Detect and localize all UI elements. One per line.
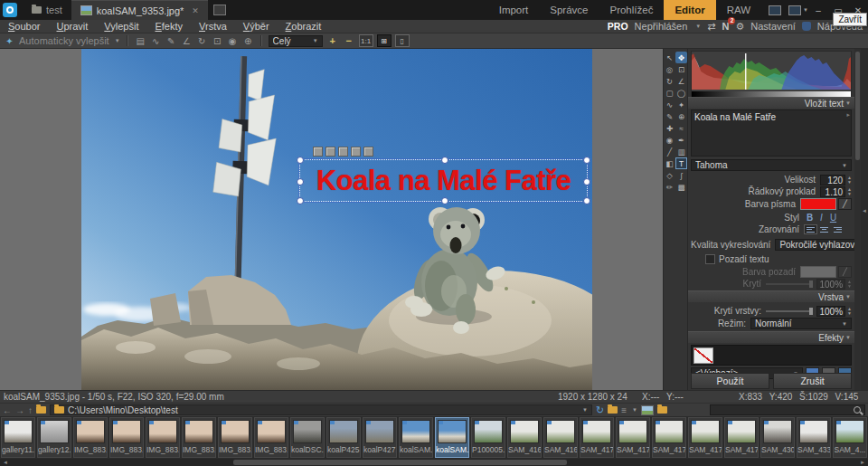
straighten-icon[interactable]: ∠	[181, 36, 193, 46]
crop-icon[interactable]: ⊡	[212, 36, 223, 46]
refresh-icon[interactable]: ↻	[596, 404, 604, 416]
shape-tool[interactable]: ◇	[664, 169, 675, 181]
zoom-level-select[interactable]: Celý	[269, 35, 323, 47]
mini-toolbar-icon[interactable]	[351, 147, 361, 157]
filmstrip-item[interactable]: gallery11...	[1, 417, 35, 458]
clone-stamp-tool[interactable]: ⊕	[675, 110, 687, 122]
chevron-down-icon[interactable]	[115, 38, 120, 43]
app-logo-icon[interactable]	[3, 3, 17, 17]
actual-size-button[interactable]: 1:1	[359, 34, 373, 47]
detach-tab-icon[interactable]	[213, 5, 226, 15]
auto-enhance-label[interactable]: Automaticky vylepšit	[19, 35, 109, 46]
window-tab-test[interactable]: test	[23, 0, 71, 20]
filmstrip-item[interactable]: koalDSC...	[290, 417, 325, 458]
folder-up-icon[interactable]	[608, 406, 618, 414]
opacity-value[interactable]: 100%	[816, 279, 845, 290]
path-input[interactable]: C:\Users\Mino\Desktop\test	[50, 404, 592, 415]
magic-wand-tool[interactable]: ✦	[675, 99, 687, 110]
close-tab-icon[interactable]	[192, 6, 199, 15]
minimize-button[interactable]: –	[808, 3, 828, 17]
font-color-swatch[interactable]	[800, 198, 836, 210]
filmstrip-item[interactable]: SAM_417...	[616, 417, 650, 458]
effects-brush-tool[interactable]: ✏	[664, 181, 675, 193]
menu-vylepsit[interactable]: Vylepšit	[96, 21, 146, 32]
filmstrip-item-selected[interactable]: koalSAM...	[435, 417, 469, 458]
warp-tool[interactable]: ∫	[675, 169, 687, 181]
up-icon[interactable]: ↑	[28, 405, 33, 415]
brush-tool[interactable]: ✎	[664, 110, 675, 122]
resize-handle-se[interactable]	[583, 197, 590, 204]
line-spacing-stepper[interactable]	[845, 187, 852, 195]
layer-opacity-stepper[interactable]	[845, 307, 852, 315]
resize-handle-s[interactable]	[441, 197, 448, 204]
panel-scrollbar[interactable]	[854, 49, 861, 390]
filmstrip-scrollbar[interactable]: ◄ ►	[0, 459, 868, 466]
menu-vyber[interactable]: Výběr	[235, 21, 278, 32]
zoom-in-icon[interactable]: +	[326, 35, 339, 46]
filmstrip-item[interactable]: SAM_417...	[580, 417, 614, 458]
filmstrip-item[interactable]: SAM_433...	[797, 417, 831, 458]
layer-opacity-value[interactable]: 100%	[816, 306, 845, 317]
filmstrip-item[interactable]: IMG_883...	[182, 417, 216, 458]
pointer-tool[interactable]: ↖	[664, 52, 675, 63]
eyedropper-icon[interactable]	[838, 266, 852, 278]
notifications-icon[interactable]: N 2	[722, 21, 729, 32]
filmstrip-item[interactable]: SAM_417...	[688, 417, 722, 458]
levels-icon[interactable]: ▤	[135, 36, 146, 46]
filmstrip-item[interactable]: IMG_883...	[254, 417, 288, 458]
display-icon[interactable]	[769, 5, 781, 15]
filmstrip-item[interactable]: IMG_883...	[218, 417, 252, 458]
resize-handle-sw[interactable]	[297, 197, 304, 204]
opacity-slider[interactable]	[766, 283, 813, 285]
window-tab-document[interactable]: koalSAM_9353.jpg*	[71, 0, 208, 20]
font-size-input[interactable]: 120	[820, 175, 845, 185]
filmstrip-item[interactable]: IMG_883...	[109, 417, 144, 458]
text-bg-checkbox[interactable]	[705, 254, 715, 264]
search-icon[interactable]	[854, 406, 861, 414]
filmstrip-item[interactable]: SAM_416...	[507, 417, 542, 458]
align-center-button[interactable]	[817, 224, 831, 234]
favorites-folder-icon[interactable]	[36, 406, 46, 414]
red-eye-tool[interactable]: ◉	[664, 134, 675, 146]
text-tool[interactable]: T	[675, 157, 687, 169]
nav-import[interactable]: Import	[488, 0, 540, 20]
layer-header[interactable]: Vrstva	[688, 290, 854, 302]
help-icon[interactable]	[802, 22, 811, 31]
eyedropper-icon[interactable]	[838, 198, 852, 210]
align-right-button[interactable]	[831, 224, 844, 234]
search-input[interactable]	[710, 404, 865, 415]
dual-view-button[interactable]: ▯	[395, 34, 410, 47]
filmstrip-item[interactable]: SAM_417...	[652, 417, 686, 458]
zoom-out-icon[interactable]: −	[343, 35, 355, 46]
menu-zobrazit[interactable]: Zobrazit	[278, 21, 330, 32]
line-tool[interactable]: ╱	[664, 146, 675, 157]
bold-button[interactable]: B	[804, 213, 816, 223]
filmstrip-item[interactable]: IMG_883...	[73, 417, 108, 458]
insert-text-header[interactable]: Vložit text	[688, 97, 854, 109]
opacity-stepper[interactable]	[845, 280, 852, 288]
font-family-select[interactable]: Tahoma	[691, 159, 852, 171]
filmstrip-item[interactable]: IMG_883...	[146, 417, 180, 458]
blend-mode-select[interactable]: Normální	[750, 318, 852, 329]
menu-efekty[interactable]: Efekty	[146, 21, 191, 32]
sort-icon[interactable]: ≡	[621, 405, 627, 415]
menu-soubor[interactable]: Soubor	[0, 21, 48, 32]
mini-toolbar-icon[interactable]	[363, 147, 373, 157]
italic-button[interactable]: I	[816, 213, 827, 223]
overlay-text[interactable]: Koala na Malé Fatře	[300, 160, 587, 201]
resize-handle-w[interactable]	[297, 178, 304, 185]
scroll-right-icon[interactable]: ▸	[846, 111, 850, 119]
filmstrip-item[interactable]: koalP427...	[363, 417, 397, 458]
mini-toolbar-icon[interactable]	[326, 147, 335, 157]
thumbnail-view-icon[interactable]	[641, 405, 654, 415]
crop-tool[interactable]: ⊡	[675, 63, 687, 75]
rotate-tool[interactable]: ↻	[664, 75, 675, 87]
rotate-icon[interactable]: ↻	[196, 36, 208, 46]
menu-vrstva[interactable]: Vrstva	[191, 21, 235, 32]
filmstrip-item[interactable]: koalP425...	[326, 417, 361, 458]
nav-raw[interactable]: RAW	[716, 0, 761, 20]
font-size-stepper[interactable]	[845, 176, 852, 184]
filmstrip-item[interactable]: SAM_4...	[833, 417, 867, 458]
no-effect-thumbnail[interactable]	[693, 347, 713, 364]
pen-tool[interactable]: ✒	[675, 134, 687, 146]
